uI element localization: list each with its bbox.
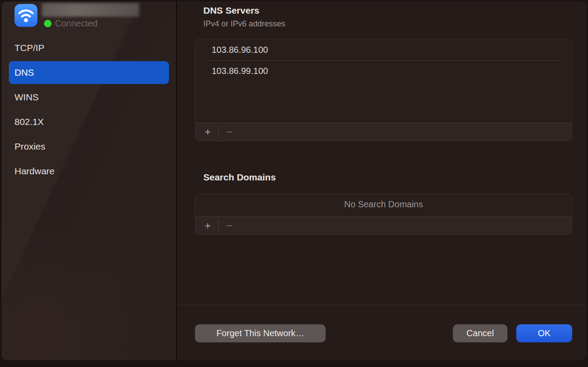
network-name-redacted: [42, 3, 139, 17]
dns-servers-subtitle: IPv4 or IPv6 addresses: [203, 19, 285, 29]
dns-servers-toolbar: + −: [195, 123, 572, 141]
sidebar-nav-item[interactable]: WINS: [9, 85, 169, 110]
sidebar-nav-item-label: Hardware: [15, 166, 55, 176]
wifi-glyph: [18, 8, 34, 23]
search-domains-list: No Search Domains + −: [195, 194, 572, 235]
dns-servers-rows: 103.86.96.100 103.86.99.100: [195, 39, 572, 81]
search-domains-title: Search Domains: [203, 172, 276, 183]
sidebar-nav-item-label: DNS: [15, 67, 34, 78]
remove-dns-server-button[interactable]: −: [221, 125, 237, 139]
sidebar-nav-item-label: 802.1X: [15, 117, 44, 127]
dns-server-address: 103.86.96.100: [212, 45, 268, 55]
sidebar-nav-item[interactable]: Proxies: [9, 134, 169, 159]
dns-settings-pane: DNS Servers IPv4 or IPv6 addresses 103.8…: [177, 2, 586, 360]
forget-network-button[interactable]: Forget This Network…: [195, 324, 326, 342]
search-domains-toolbar: + −: [195, 217, 572, 235]
toolbar-separator: [218, 220, 219, 232]
toolbar-separator: [218, 126, 219, 138]
network-details-sheet: Connected TCP/IP DNS WINS 802.1X: [2, 2, 586, 360]
cancel-button[interactable]: Cancel: [453, 324, 507, 342]
sidebar-nav-item-label: WINS: [15, 92, 39, 103]
add-search-domain-button[interactable]: +: [200, 219, 216, 232]
status-label: Connected: [55, 18, 98, 29]
sidebar-nav-item[interactable]: TCP/IP: [9, 36, 169, 60]
sidebar-nav-item-label: TCP/IP: [15, 43, 44, 53]
search-domains-empty: No Search Domains: [195, 194, 572, 215]
dns-servers-title: DNS Servers: [203, 5, 259, 16]
ok-button[interactable]: OK: [516, 324, 572, 342]
connection-status: Connected: [44, 18, 98, 29]
dns-server-address: 103.86.99.100: [212, 66, 268, 76]
add-dns-server-button[interactable]: +: [200, 125, 216, 139]
wifi-icon: [15, 4, 37, 27]
footer-divider: [177, 305, 586, 305]
dns-server-entry[interactable]: 103.86.96.100: [195, 39, 572, 60]
sidebar-nav-item[interactable]: 802.1X: [9, 110, 169, 134]
sidebar-nav-item-label: Proxies: [15, 141, 45, 152]
status-dot-icon: [44, 20, 51, 27]
sidebar: Connected TCP/IP DNS WINS 802.1X: [2, 2, 176, 360]
dns-servers-list: 103.86.96.100 103.86.99.100 + −: [195, 39, 572, 141]
sidebar-nav: TCP/IP DNS WINS 802.1X Proxies: [2, 36, 176, 184]
remove-search-domain-button[interactable]: −: [221, 219, 237, 232]
sidebar-nav-item[interactable]: DNS: [9, 61, 169, 84]
sidebar-nav-item[interactable]: Hardware: [9, 159, 169, 184]
dns-server-entry[interactable]: 103.86.99.100: [195, 60, 572, 81]
